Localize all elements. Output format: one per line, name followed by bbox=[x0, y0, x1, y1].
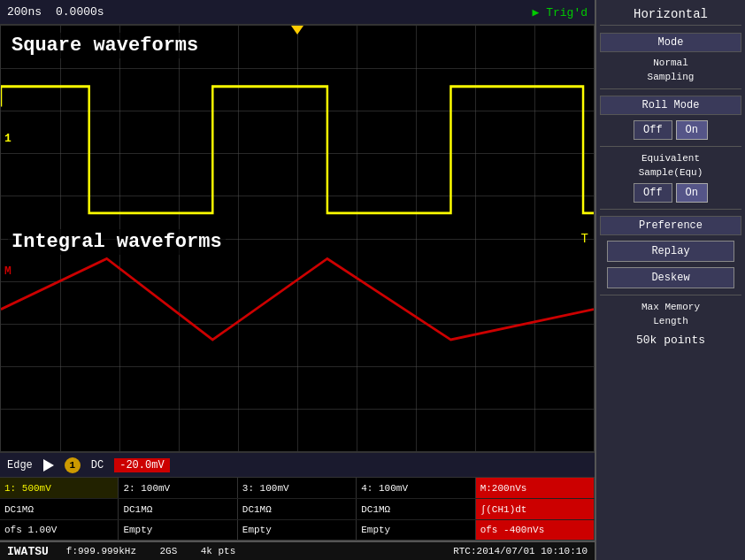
mode-section: Mode bbox=[600, 33, 741, 52]
ch2-coupling: DC1MΩ bbox=[119, 499, 237, 519]
ch2-offset: Empty bbox=[119, 520, 237, 540]
rtc-display: RTC:2014/07/01 10:10:10 bbox=[453, 546, 588, 556]
channel-coupling-row: DC1MΩ DC1MΩ DC1MΩ DC1MΩ ∫(CH1)dt bbox=[0, 498, 595, 519]
ch1-offset: ofs 1.00V bbox=[0, 520, 119, 540]
divider-1 bbox=[600, 88, 741, 89]
preference-section: Preference bbox=[600, 216, 741, 235]
ch1-coupling: DC1MΩ bbox=[0, 499, 119, 519]
trigger-channel: 1 bbox=[65, 457, 81, 473]
divider-4 bbox=[600, 295, 741, 295]
screen-area: 200ns 0.0000s ▶ Trig'd bbox=[0, 0, 595, 560]
math-offset: ofs -400nVs bbox=[476, 520, 595, 540]
logo-bar: IWATSU f:999.999kHz 2GS 4k pts RTC:2014/… bbox=[0, 541, 595, 560]
normal-sampling-label: NormalSampling bbox=[600, 56, 741, 84]
math-function: ∫(CH1)dt bbox=[476, 499, 595, 519]
frequency-display: f:999.999kHz 2GS 4k pts bbox=[66, 546, 235, 556]
equiv-buttons: Off On bbox=[600, 183, 741, 203]
ch4-coupling: DC1MΩ bbox=[357, 499, 475, 519]
timebase-display: 200ns bbox=[7, 5, 42, 19]
trigger-level: -20.0mV bbox=[114, 458, 169, 472]
ch3-offset: Empty bbox=[238, 520, 357, 540]
panel-title: Horizontal bbox=[600, 4, 741, 26]
trigger-type: Edge bbox=[7, 459, 33, 472]
ch1-voltage: 1: 500mV bbox=[0, 478, 119, 498]
ch2-marker: M bbox=[4, 265, 12, 278]
ch3-voltage: 3: 100mV bbox=[238, 478, 357, 498]
divider-2 bbox=[600, 146, 741, 147]
roll-on-button[interactable]: On bbox=[676, 120, 708, 140]
max-memory-label: Max MemoryLength bbox=[600, 300, 741, 328]
replay-button[interactable]: Replay bbox=[607, 241, 734, 262]
ch1-marker: 1 bbox=[4, 132, 12, 145]
roll-mode-buttons: Off On bbox=[600, 120, 741, 140]
ch4-offset: Empty bbox=[357, 520, 475, 540]
equiv-off-button[interactable]: Off bbox=[634, 183, 672, 203]
trig-status: ▶ Trig'd bbox=[533, 5, 588, 19]
time-offset-display: 0.0000s bbox=[56, 5, 104, 19]
right-panel: Horizontal Mode NormalSampling Roll Mode… bbox=[595, 0, 745, 560]
ch2-waveform-label: Integral waveforms bbox=[8, 229, 226, 255]
points-display: 50k points bbox=[600, 334, 741, 348]
ch2-voltage: 2: 100mV bbox=[119, 478, 237, 498]
logo: IWATSU bbox=[7, 545, 49, 558]
channel-voltage-row: 1: 500mV 2: 100mV 3: 100mV 4: 100mV M:20… bbox=[0, 477, 595, 498]
ch1-waveform-label: Square waveforms bbox=[8, 33, 202, 58]
math-label: M:200nVs bbox=[476, 478, 595, 498]
bottom-bar: Edge 1 DC -20.0mV bbox=[0, 452, 595, 477]
ch4-voltage: 4: 100mV bbox=[357, 478, 475, 498]
coupling-label: DC bbox=[91, 459, 104, 472]
roll-off-button[interactable]: Off bbox=[634, 120, 672, 140]
equiv-label: EquivalentSample(Equ) bbox=[600, 151, 741, 180]
channel-info-section: 1: 500mV 2: 100mV 3: 100mV 4: 100mV M:20… bbox=[0, 477, 595, 541]
top-bar: 200ns 0.0000s ▶ Trig'd bbox=[0, 0, 595, 25]
deskew-button[interactable]: Deskew bbox=[607, 267, 734, 288]
edge-icon bbox=[43, 459, 54, 472]
divider-3 bbox=[600, 209, 741, 210]
channel-offset-row: ofs 1.00V Empty Empty Empty ofs -400nVs bbox=[0, 519, 595, 541]
ch3-coupling: DC1MΩ bbox=[238, 499, 357, 519]
roll-mode-section: Roll Mode bbox=[600, 96, 741, 115]
equiv-on-button[interactable]: On bbox=[676, 183, 708, 203]
trigger-right-marker: T bbox=[581, 232, 588, 246]
waveform-display: Square waveforms Integral waveforms 1 M … bbox=[0, 25, 595, 452]
